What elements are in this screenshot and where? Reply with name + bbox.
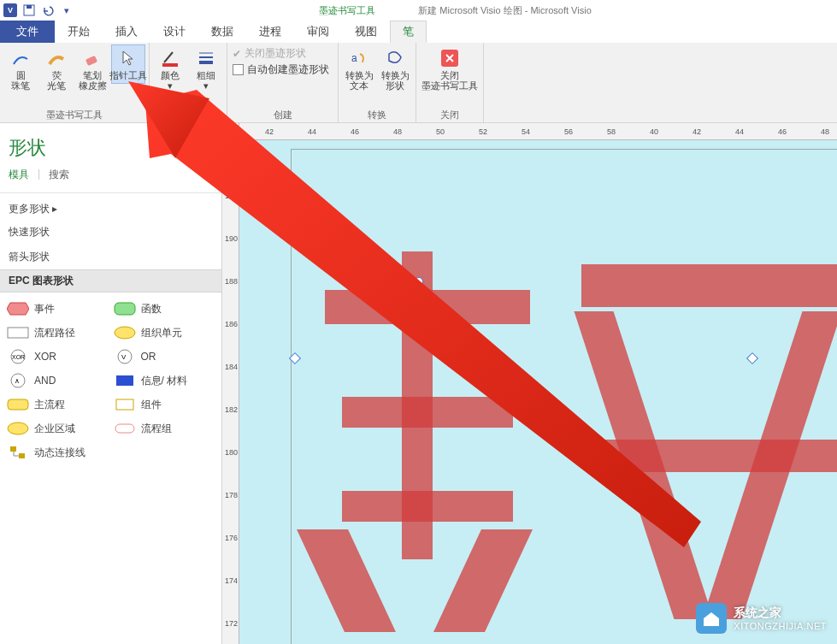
context-tool-title: 墨迹书写工具 bbox=[319, 4, 375, 17]
svg-rect-20 bbox=[8, 399, 28, 410]
tab-review[interactable]: 审阅 bbox=[294, 21, 342, 43]
group-ink-tools-label: 墨迹书写工具 bbox=[3, 109, 145, 122]
watermark-logo-icon bbox=[696, 603, 727, 634]
svg-rect-21 bbox=[116, 399, 133, 410]
shape-component[interactable]: 组件 bbox=[112, 395, 217, 414]
tab-process[interactable]: 进程 bbox=[246, 21, 294, 43]
stroke-eraser-button[interactable]: 笔划 橡皮擦 bbox=[75, 44, 109, 94]
save-icon[interactable] bbox=[22, 3, 36, 17]
svg-rect-25 bbox=[19, 453, 25, 458]
thickness-icon bbox=[196, 48, 216, 68]
shape-process-path[interactable]: 流程路径 bbox=[5, 323, 110, 342]
shape-process-group[interactable]: 流程组 bbox=[112, 419, 217, 438]
group-create-label: 创建 bbox=[231, 109, 334, 122]
tab-file[interactable]: 文件 bbox=[0, 21, 55, 43]
checkbox-icon bbox=[233, 64, 244, 75]
app-icon: V bbox=[3, 3, 17, 17]
convert-to-shape-button[interactable]: 转换为 形状 bbox=[378, 44, 412, 94]
horizontal-ruler[interactable]: 404244464850525456584042444648 bbox=[239, 123, 837, 140]
svg-point-12 bbox=[115, 327, 135, 339]
svg-text:XOR: XOR bbox=[12, 354, 25, 360]
ribbon-tabs: 文件 开始 插入 设计 数据 进程 审阅 视图 笔 bbox=[0, 21, 837, 43]
convert-shape-icon bbox=[385, 48, 405, 68]
pen-color-icon bbox=[160, 48, 180, 68]
ink-stroke[interactable] bbox=[342, 397, 513, 428]
shape-main-process[interactable]: 主流程 bbox=[5, 395, 110, 414]
svg-rect-11 bbox=[8, 328, 28, 338]
search-tab[interactable]: 搜索 bbox=[49, 168, 69, 186]
drawing-canvas[interactable] bbox=[239, 140, 837, 644]
svg-rect-23 bbox=[115, 424, 134, 433]
shape-info-material[interactable]: 信息/ 材料 bbox=[112, 371, 217, 390]
qat-dropdown-icon[interactable]: ▾ bbox=[60, 3, 74, 17]
eraser-icon bbox=[82, 48, 103, 68]
ballpoint-icon bbox=[10, 48, 31, 68]
svg-rect-1 bbox=[27, 5, 32, 9]
check-icon: ✔ bbox=[233, 48, 241, 60]
shape-function[interactable]: 函数 bbox=[112, 299, 217, 318]
ink-stroke[interactable] bbox=[598, 440, 837, 472]
stencils-tab[interactable]: 模具 bbox=[9, 168, 29, 186]
svg-rect-19 bbox=[116, 375, 133, 386]
tab-design[interactable]: 设计 bbox=[150, 21, 198, 43]
watermark: 系统之家 XITONGZHIJIA.NET bbox=[696, 603, 827, 634]
group-close-label: 关闭 bbox=[420, 109, 480, 122]
svg-rect-10 bbox=[115, 303, 135, 315]
highlighter-button[interactable]: 荧 光笔 bbox=[39, 44, 74, 94]
shape-xor[interactable]: XORXOR bbox=[5, 347, 110, 366]
canvas-area: 404244464850525456584042444648 194192190… bbox=[222, 123, 837, 644]
tab-view[interactable]: 视图 bbox=[342, 21, 390, 43]
tab-data[interactable]: 数据 bbox=[198, 21, 246, 43]
pointer-tool-button[interactable]: 指针工具 bbox=[111, 44, 145, 84]
ink-stroke[interactable] bbox=[342, 491, 513, 522]
undo-icon[interactable] bbox=[41, 3, 55, 17]
ballpoint-pen-button[interactable]: 圆 珠笔 bbox=[3, 44, 38, 94]
tab-pen[interactable]: 笔 bbox=[390, 21, 427, 43]
svg-text:V: V bbox=[121, 353, 127, 361]
shapes-panel: 形状 模具 | 搜索 更多形状 ▸ 快速形状 箭头形状 EPC 图表形状 事件 … bbox=[0, 123, 222, 644]
svg-point-22 bbox=[8, 422, 28, 434]
svg-text:∧: ∧ bbox=[15, 377, 20, 385]
chevron-right-icon: ▸ bbox=[52, 203, 57, 215]
auto-create-ink-shape-checkbox[interactable]: 自动创建墨迹形状 bbox=[233, 62, 329, 77]
shape-event[interactable]: 事件 bbox=[5, 299, 110, 318]
more-shapes-button[interactable]: 更多形状 ▸ bbox=[0, 193, 221, 220]
group-pen-label: 笔 bbox=[153, 109, 223, 122]
svg-rect-24 bbox=[10, 446, 16, 452]
ink-color-button[interactable]: 颜色▾ bbox=[153, 44, 187, 94]
stencil-header[interactable]: EPC 图表形状 bbox=[0, 269, 221, 292]
shape-and[interactable]: ∧AND bbox=[5, 371, 110, 390]
svg-rect-3 bbox=[162, 63, 178, 67]
convert-to-text-button[interactable]: a 转换为 文本 bbox=[342, 44, 376, 94]
ribbon: 圆 珠笔 荧 光笔 笔划 橡皮擦 指针工具 墨迹书写工具 颜色▾ bbox=[0, 43, 837, 123]
tab-home[interactable]: 开始 bbox=[55, 21, 103, 43]
shape-org-unit[interactable]: 组织单元 bbox=[112, 323, 217, 342]
quick-shapes-link[interactable]: 快速形状 bbox=[0, 220, 221, 245]
shape-dynamic-connector[interactable]: 动态连接线 bbox=[5, 443, 216, 462]
highlighter-icon bbox=[46, 48, 67, 68]
shape-enterprise-area[interactable]: 企业区域 bbox=[5, 419, 110, 438]
document-title: 新建 Microsoft Visio 绘图 - Microsoft Visio bbox=[418, 4, 592, 17]
close-icon bbox=[439, 48, 460, 68]
arrow-shapes-link[interactable]: 箭头形状 bbox=[0, 245, 221, 269]
group-convert-label: 转换 bbox=[342, 109, 412, 122]
svg-text:a: a bbox=[351, 52, 357, 64]
shape-or[interactable]: VOR bbox=[112, 347, 217, 366]
svg-rect-2 bbox=[85, 56, 97, 66]
shapes-panel-title: 形状 bbox=[0, 123, 221, 168]
close-ink-shape-checkbox: ✔ 关闭墨迹形状 bbox=[233, 46, 329, 61]
ink-thickness-button[interactable]: 粗细▾ bbox=[189, 44, 223, 94]
svg-marker-9 bbox=[7, 303, 29, 315]
vertical-ruler[interactable]: 194192190188186184182180178176174172 bbox=[222, 140, 239, 644]
pointer-icon bbox=[118, 48, 139, 68]
close-ink-tools-button[interactable]: 关闭 墨迹书写工具 bbox=[420, 44, 480, 94]
rotation-handle[interactable] bbox=[415, 277, 423, 286]
convert-text-icon: a bbox=[349, 48, 369, 68]
ink-stroke[interactable] bbox=[581, 264, 837, 307]
tab-insert[interactable]: 插入 bbox=[103, 21, 150, 43]
